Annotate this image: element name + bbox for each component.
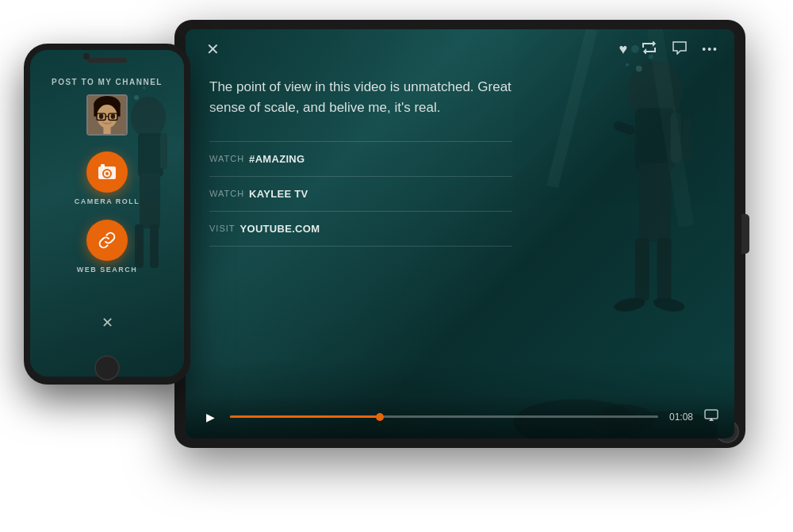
ipad-bottom-bar: ▶ 01:08	[186, 395, 734, 438]
link-value-3: Youtube.com	[240, 223, 320, 235]
svg-point-43	[105, 172, 109, 175]
link-item-3[interactable]: VISIT Youtube.com	[209, 211, 512, 247]
camera-roll-label: CAMERA ROLL	[75, 197, 140, 205]
progress-thumb	[376, 413, 384, 421]
avatar-face	[88, 96, 126, 134]
ipad-device: ✕ ♥ •••	[174, 20, 745, 448]
iphone-close-button[interactable]: ✕	[93, 308, 121, 337]
more-options-icon[interactable]: •••	[702, 43, 718, 55]
web-search-label: WEB SEARCH	[77, 266, 138, 274]
ipad-links: WATCH #Amazing WATCH Kaylee TV VISIT You…	[209, 141, 512, 247]
link-label-3: VISIT	[209, 224, 236, 233]
svg-rect-41	[101, 164, 105, 167]
comment-icon[interactable]	[672, 40, 688, 59]
svg-rect-39	[103, 127, 110, 134]
link-item-1[interactable]: WATCH #Amazing	[209, 141, 512, 176]
iphone-screen: POSt to MY Channel	[30, 50, 184, 377]
iphone-device: POSt to MY Channel	[24, 44, 190, 385]
ipad-content-area: The point of view in this video is unmat…	[209, 77, 512, 247]
ipad-screen: ✕ ♥ •••	[186, 29, 734, 438]
ipad-close-button[interactable]: ✕	[201, 38, 224, 60]
retweet-icon[interactable]	[642, 41, 657, 57]
svg-rect-21	[705, 410, 718, 419]
svg-point-37	[99, 114, 104, 119]
camera-roll-button[interactable]	[86, 151, 128, 193]
play-button[interactable]: ▶	[201, 408, 219, 426]
link-label-1: WATCH	[209, 154, 244, 163]
progress-bar[interactable]	[230, 415, 658, 418]
airplay-icon[interactable]	[704, 409, 718, 425]
iphone-camera	[83, 53, 90, 59]
progress-fill	[230, 415, 380, 418]
user-avatar	[86, 94, 128, 136]
ipad-top-bar: ✕ ♥ •••	[186, 29, 734, 69]
iphone-channel-header: POSt to MY Channel	[52, 50, 163, 94]
heart-icon[interactable]: ♥	[619, 41, 628, 58]
link-value-1: #Amazing	[249, 153, 305, 165]
scene: ✕ ♥ •••	[0, 0, 793, 532]
link-label-2: WATCH	[209, 189, 244, 198]
link-value-2: Kaylee TV	[249, 188, 308, 200]
web-search-button[interactable]	[86, 220, 128, 261]
iphone-content: POSt to MY Channel	[30, 50, 184, 377]
svg-point-38	[111, 114, 116, 119]
iphone-home-button[interactable]	[94, 355, 120, 381]
time-label: 01:08	[669, 411, 693, 423]
iphone-speaker	[87, 58, 127, 63]
video-quote: The point of view in this video is unmat…	[209, 77, 512, 119]
ipad-side-button	[741, 214, 749, 254]
ipad-top-controls: ♥ •••	[619, 40, 718, 59]
link-item-2[interactable]: WATCH Kaylee TV	[209, 176, 512, 211]
